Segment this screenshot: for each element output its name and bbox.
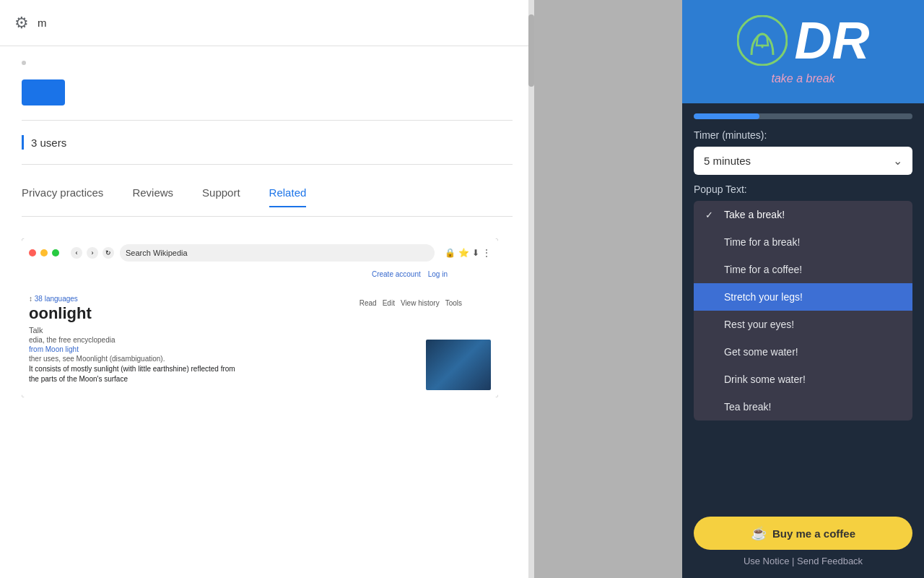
dropdown-item-4[interactable]: Rest your eyes! — [694, 311, 912, 338]
gear-icon[interactable]: ⚙ — [14, 14, 29, 33]
tab-reviews[interactable]: Reviews — [132, 186, 173, 207]
users-count: 3 users — [31, 137, 66, 149]
spacer — [694, 509, 912, 517]
wiki-image — [426, 340, 491, 390]
dropdown-item-7[interactable]: Tea break! — [694, 393, 912, 420]
coffee-icon: ☕ — [751, 525, 767, 541]
wiki-body-text: It consists of mostly sunlight (with lit… — [29, 364, 245, 384]
overlay-panel: DR take a break Timer (minutes): 5 minut… — [534, 0, 924, 578]
dropdown-item-0[interactable]: ✓ Take a break! — [694, 201, 912, 228]
maximize-dot — [52, 249, 59, 256]
extension-icon-4: ⋮ — [482, 248, 491, 258]
popup-text-dropdown-menu: ✓ Take a break! Time for a break! Time f… — [694, 201, 912, 420]
back-icon: ‹ — [71, 247, 82, 259]
panel-tagline: take a break — [771, 72, 834, 85]
wiki-body: Create account Log in Read Edit View his… — [22, 267, 498, 397]
coffee-button-label: Buy me a coffee — [772, 527, 855, 540]
panel-bottom: ☕ Buy me a coffee Use Notice | Send Feed… — [682, 502, 924, 578]
wiki-link-text[interactable]: from Moon light — [29, 345, 491, 353]
timer-label: Timer (minutes): — [694, 129, 912, 141]
create-account-link[interactable]: Create account — [372, 270, 421, 278]
window-controls — [29, 249, 59, 256]
panel-progress-area — [682, 103, 924, 119]
panel-logo: DR — [737, 14, 870, 66]
users-row: 3 users — [22, 120, 513, 165]
dropdown-item-5[interactable]: Get some water! — [694, 338, 912, 366]
buy-me-coffee-button[interactable]: ☕ Buy me a coffee — [694, 517, 912, 550]
scrollbar-thumb[interactable] — [528, 14, 534, 87]
footer-links: Use Notice | Send Feedback — [694, 556, 912, 566]
wiki-disambiguation: ther uses, see Moonlight (disambiguation… — [29, 355, 491, 363]
extension-icon-2: ⭐ — [458, 248, 469, 258]
history-btn[interactable]: View history — [401, 299, 440, 307]
scrollbar-track[interactable] — [528, 0, 534, 578]
read-btn[interactable]: Read — [359, 299, 377, 307]
extension-icon-1: 🔒 — [445, 248, 456, 258]
extension-icon-3: ⬇ — [472, 248, 479, 258]
panel-header: DR take a break — [682, 0, 924, 103]
minimize-dot — [40, 249, 48, 256]
forward-icon: › — [87, 247, 98, 259]
page-content: 3 users Privacy practices Reviews Suppor… — [0, 46, 534, 412]
dot-1 — [22, 61, 26, 65]
timer-dropdown[interactable]: 5 minutes ⌄ — [694, 147, 912, 175]
page-header: ⚙ m — [0, 0, 534, 46]
popup-text-label: Popup Text: — [682, 184, 924, 195]
timer-section: Timer (minutes): 5 minutes ⌄ — [682, 129, 924, 184]
progress-bar-fill — [694, 113, 759, 119]
wiki-address-bar[interactable]: Search Wikipedia — [120, 244, 435, 262]
tab-related[interactable]: Related — [269, 186, 307, 207]
dropdown-item-6[interactable]: Drink some water! — [694, 366, 912, 393]
svg-point-0 — [738, 16, 787, 65]
wiki-content: ↕ 38 languages oonlight Talk edia, the f… — [29, 295, 491, 384]
dr-logo-text: DR — [795, 14, 870, 66]
edit-btn[interactable]: Edit — [383, 299, 395, 307]
wiki-encyclopedia: edia, the free encyclopedia — [29, 336, 491, 344]
svg-point-2 — [761, 46, 763, 48]
users-divider — [22, 135, 24, 150]
extension-panel: DR take a break Timer (minutes): 5 minut… — [682, 0, 924, 578]
dot-decoration — [22, 61, 513, 65]
dropdown-item-2[interactable]: Time for a coffee! — [694, 256, 912, 283]
chevron-down-icon: ⌄ — [893, 154, 902, 168]
login-link[interactable]: Log in — [428, 270, 448, 278]
tools-btn[interactable]: Tools — [445, 299, 462, 307]
wiki-subtitle: Talk — [29, 326, 491, 335]
refresh-icon: ↻ — [103, 247, 114, 259]
close-dot — [29, 249, 36, 256]
blue-button-partial[interactable] — [22, 79, 65, 105]
background-page: ⚙ m 3 users Privacy practices Reviews Su… — [0, 0, 534, 578]
wiki-account-area: Create account Log in — [372, 270, 448, 278]
head-bell-icon — [737, 15, 788, 66]
nav-tabs: Privacy practices Reviews Support Relate… — [22, 186, 513, 217]
tab-support[interactable]: Support — [202, 186, 240, 207]
wiki-top-bar: ‹ › ↻ Search Wikipedia 🔒 ⭐ ⬇ ⋮ — [22, 238, 498, 267]
footer-text: Use Notice | Send Feedback — [744, 556, 863, 566]
tab-privacy[interactable]: Privacy practices — [22, 186, 103, 207]
wiki-toolbar: Read Edit View history Tools — [359, 299, 462, 307]
timer-value: 5 minutes — [704, 155, 751, 167]
wiki-screenshot: ‹ › ↻ Search Wikipedia 🔒 ⭐ ⬇ ⋮ Create ac… — [22, 238, 498, 397]
header-text: m — [38, 17, 47, 29]
dropdown-item-1[interactable]: Time for a break! — [694, 228, 912, 256]
check-icon-0: ✓ — [705, 210, 717, 220]
dropdown-item-3[interactable]: Stretch your legs! — [694, 283, 912, 311]
progress-bar-container — [694, 113, 912, 119]
